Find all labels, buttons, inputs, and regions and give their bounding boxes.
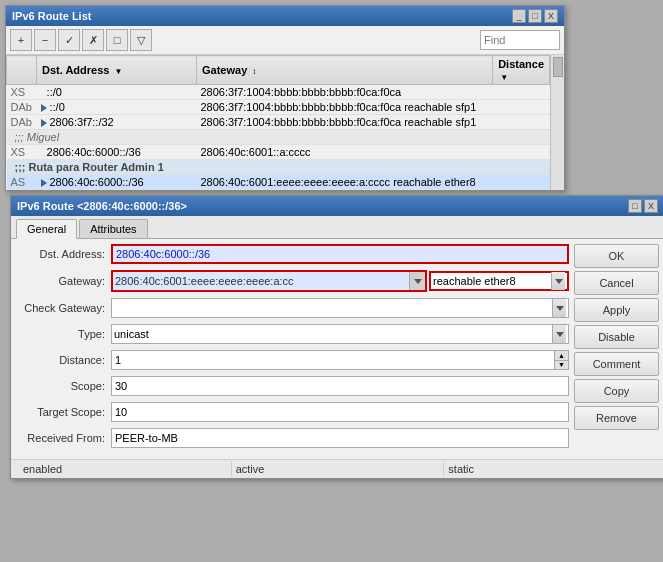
gateway-label: Gateway: [16, 275, 111, 287]
target-scope-input[interactable] [111, 402, 569, 422]
copy-button[interactable]: Copy [574, 379, 659, 403]
check-button[interactable]: ✓ [58, 29, 80, 51]
close-button[interactable]: X [544, 9, 558, 23]
tab-attributes[interactable]: Attributes [79, 219, 147, 238]
scroll-thumb[interactable] [553, 57, 563, 77]
route-detail-close-button[interactable]: X [644, 199, 658, 213]
cancel-button[interactable]: ✗ [82, 29, 104, 51]
table-row[interactable]: DAb 2806:3f7::/32 2806:3f7:1004:bbbb:bbb… [7, 115, 550, 130]
route-list-controls: _ □ X [512, 9, 558, 23]
table-row-selected[interactable]: AS 2806:40c:6000::/36 2806:40c:6001:eeee… [7, 175, 550, 190]
maximize-button[interactable]: □ [528, 9, 542, 23]
minimize-button[interactable]: _ [512, 9, 526, 23]
find-input[interactable] [480, 30, 560, 50]
distance-label: Distance: [16, 354, 111, 366]
cancel-button[interactable]: Cancel [574, 271, 659, 295]
chevron-down-icon-2 [555, 279, 563, 284]
type-select[interactable]: unicast [111, 324, 569, 344]
check-gateway-group: Check Gateway: [16, 298, 569, 318]
ok-button[interactable]: OK [574, 244, 659, 268]
col-gateway[interactable]: Gateway ↕ [197, 56, 493, 85]
target-scope-group: Target Scope: [16, 402, 569, 422]
col-type[interactable] [7, 56, 37, 85]
table-row[interactable]: XS ::/0 2806:3f7:1004:bbbb:bbbb:bbbb:f0c… [7, 85, 550, 100]
route-list-window: IPv6 Route List _ □ X + − ✓ ✗ □ ▽ Dst. A… [5, 5, 565, 191]
col-dst[interactable]: Dst. Address ▼ [37, 56, 197, 85]
filter-button[interactable]: ▽ [130, 29, 152, 51]
distance-input[interactable] [112, 351, 554, 369]
table-row[interactable]: XS 2806:40c:6000::/36 2806:40c:6001::a:c… [7, 145, 550, 160]
gateway-dropdown-arrow[interactable] [409, 272, 425, 290]
comment-button[interactable]: Comment [574, 352, 659, 376]
received-from-label: Received From: [16, 432, 111, 444]
type-group: Type: unicast [16, 324, 569, 344]
copy-button[interactable]: □ [106, 29, 128, 51]
received-from-group: Received From: [16, 428, 569, 448]
form-area: Dst. Address: Gateway: reachable ether8 [11, 239, 663, 459]
status-enabled: enabled [19, 462, 232, 476]
check-gateway-arrow[interactable] [552, 299, 566, 317]
table-row-section: ;;; Ruta para Router Admin 1 [7, 160, 550, 175]
route-list-title: IPv6 Route List [12, 10, 91, 22]
status-static: static [444, 462, 656, 476]
apply-button[interactable]: Apply [574, 298, 659, 322]
distance-up-button[interactable]: ▲ [555, 351, 568, 361]
scrollbar[interactable] [550, 55, 564, 190]
gateway-suffix-arrow[interactable] [551, 272, 565, 290]
check-gateway-label: Check Gateway: [16, 302, 111, 314]
route-detail-maximize-button[interactable]: □ [628, 199, 642, 213]
toolbar: + − ✓ ✗ □ ▽ [6, 26, 564, 55]
type-value: unicast [114, 328, 149, 340]
chevron-down-icon-3 [556, 306, 564, 311]
route-detail-titlebar: IPv6 Route <2806:40c:6000::/36> □ X [11, 196, 663, 216]
type-label: Type: [16, 328, 111, 340]
tabs: General Attributes [11, 216, 663, 239]
col-distance[interactable]: Distance ▼ [493, 56, 550, 85]
route-list-titlebar: IPv6 Route List _ □ X [6, 6, 564, 26]
route-detail-window: IPv6 Route <2806:40c:6000::/36> □ X Gene… [10, 195, 663, 479]
route-detail-controls: □ X [628, 199, 658, 213]
distance-group: Distance: ▲ ▼ [16, 350, 569, 370]
form-left: Dst. Address: Gateway: reachable ether8 [16, 244, 569, 454]
scope-group: Scope: [16, 376, 569, 396]
gateway-suffix-value: reachable ether8 [433, 275, 516, 287]
target-scope-label: Target Scope: [16, 406, 111, 418]
dst-address-input[interactable] [111, 244, 569, 264]
route-detail-title: IPv6 Route <2806:40c:6000::/36> [17, 200, 187, 212]
status-bar: enabled active static [11, 459, 663, 478]
remove-button[interactable]: − [34, 29, 56, 51]
table-row-category: ;;; Miguel [7, 130, 550, 145]
add-button[interactable]: + [10, 29, 32, 51]
table-row[interactable]: DAb ::/0 2806:3f7:1004:bbbb:bbbb:bbbb:f0… [7, 100, 550, 115]
type-arrow[interactable] [552, 325, 566, 343]
check-gateway-select[interactable] [111, 298, 569, 318]
gateway-suffix-select[interactable]: reachable ether8 [429, 271, 569, 291]
scope-label: Scope: [16, 380, 111, 392]
form-right: OK Cancel Apply Disable Comment Copy Rem… [569, 244, 659, 454]
status-active: active [232, 462, 445, 476]
tab-general[interactable]: General [16, 219, 77, 239]
chevron-down-icon [414, 279, 422, 284]
distance-down-button[interactable]: ▼ [555, 361, 568, 370]
received-from-input[interactable] [111, 428, 569, 448]
dst-address-group: Dst. Address: [16, 244, 569, 264]
gateway-group: Gateway: reachable ether8 [16, 270, 569, 292]
chevron-down-icon-4 [556, 332, 564, 337]
gateway-input[interactable] [113, 272, 407, 290]
disable-button[interactable]: Disable [574, 325, 659, 349]
scope-input[interactable] [111, 376, 569, 396]
dst-address-label: Dst. Address: [16, 248, 111, 260]
remove-button[interactable]: Remove [574, 406, 659, 430]
route-table: Dst. Address ▼ Gateway ↕ Distance ▼ XS :… [6, 55, 550, 190]
